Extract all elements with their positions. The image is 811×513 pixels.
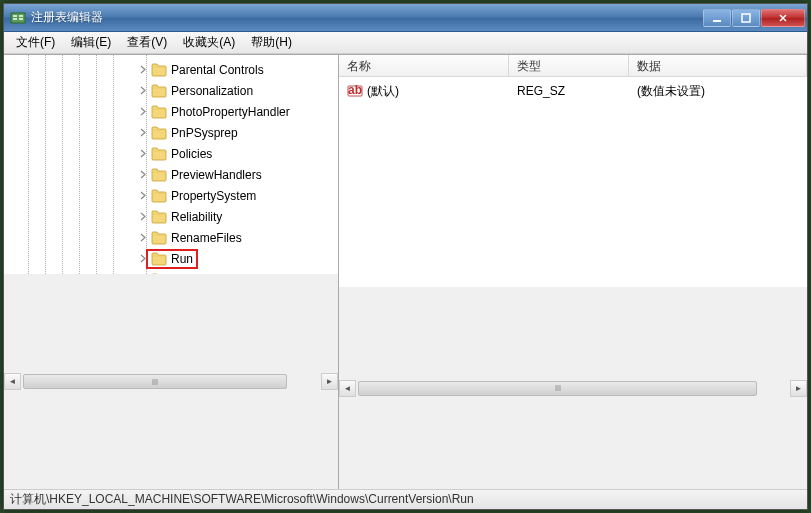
column-data[interactable]: 数据 <box>629 55 807 76</box>
tree-hscrollbar[interactable]: ◄ ► <box>4 274 338 489</box>
tree-item-personalization[interactable]: Personalization <box>4 80 338 101</box>
cell-data: (数值未设置) <box>629 83 807 100</box>
menu-favorites[interactable]: 收藏夹(A) <box>175 31 243 54</box>
cell-type: REG_SZ <box>509 84 629 98</box>
tree-item-photopropertyhandler[interactable]: PhotoPropertyHandler <box>4 101 338 122</box>
tree-label: PropertySystem <box>171 189 256 203</box>
close-button[interactable] <box>761 9 805 27</box>
expander-icon[interactable] <box>138 191 148 201</box>
menu-file[interactable]: 文件(F) <box>8 31 63 54</box>
scroll-thumb[interactable] <box>23 374 287 389</box>
scroll-right-button[interactable]: ► <box>790 380 807 397</box>
list-row[interactable]: ab (默认) REG_SZ (数值未设置) <box>339 81 807 101</box>
string-value-icon: ab <box>347 83 363 99</box>
svg-rect-1 <box>13 15 17 17</box>
folder-icon <box>151 210 167 224</box>
menubar: 文件(F) 编辑(E) 查看(V) 收藏夹(A) 帮助(H) <box>4 32 807 54</box>
app-icon <box>10 10 26 26</box>
scroll-right-button[interactable]: ► <box>321 373 338 390</box>
menu-edit[interactable]: 编辑(E) <box>63 31 119 54</box>
tree-label: RenameFiles <box>171 231 242 245</box>
column-name[interactable]: 名称 <box>339 55 509 76</box>
folder-icon <box>151 189 167 203</box>
list-header: 名称 类型 数据 <box>339 55 807 77</box>
titlebar[interactable]: 注册表编辑器 <box>4 4 807 32</box>
minimize-button[interactable] <box>703 9 731 27</box>
svg-rect-2 <box>13 18 17 20</box>
tree-label: Personalization <box>171 84 253 98</box>
menu-help[interactable]: 帮助(H) <box>243 31 300 54</box>
scroll-track[interactable] <box>21 373 321 390</box>
tree-item-pnpsysprep[interactable]: PnPSysprep <box>4 122 338 143</box>
tree-label: Run <box>171 252 193 266</box>
tree-item-previewhandlers[interactable]: PreviewHandlers <box>4 164 338 185</box>
expander-icon[interactable] <box>138 128 148 138</box>
tree-label: PhotoPropertyHandler <box>171 105 290 119</box>
content-area: Parental ControlsPersonalizationPhotoPro… <box>4 54 807 489</box>
tree-item-run[interactable]: Run <box>4 248 338 269</box>
scroll-track[interactable] <box>356 380 790 397</box>
svg-text:ab: ab <box>348 83 362 97</box>
expander-icon[interactable] <box>138 86 148 96</box>
folder-icon <box>151 126 167 140</box>
tree-item-propertysystem[interactable]: PropertySystem <box>4 185 338 206</box>
folder-icon <box>151 231 167 245</box>
tree-panel: Parental ControlsPersonalizationPhotoPro… <box>4 55 339 489</box>
tree-item-reliability[interactable]: Reliability <box>4 206 338 227</box>
status-path: 计算机\HKEY_LOCAL_MACHINE\SOFTWARE\Microsof… <box>10 491 474 508</box>
folder-icon <box>151 84 167 98</box>
menu-view[interactable]: 查看(V) <box>119 31 175 54</box>
folder-icon <box>151 168 167 182</box>
scroll-left-button[interactable]: ◄ <box>4 373 21 390</box>
scroll-thumb[interactable] <box>358 381 757 396</box>
tree-item-policies[interactable]: Policies <box>4 143 338 164</box>
registry-editor-window: 注册表编辑器 文件(F) 编辑(E) 查看(V) 收藏夹(A) 帮助(H) <box>3 3 808 510</box>
svg-rect-4 <box>19 18 23 20</box>
tree-label: PnPSysprep <box>171 126 238 140</box>
window-controls <box>703 9 805 27</box>
tree-label: Parental Controls <box>171 63 264 77</box>
folder-icon <box>151 147 167 161</box>
statusbar: 计算机\HKEY_LOCAL_MACHINE\SOFTWARE\Microsof… <box>4 489 807 509</box>
column-type[interactable]: 类型 <box>509 55 629 76</box>
window-title: 注册表编辑器 <box>31 9 703 26</box>
tree-label: Reliability <box>171 210 222 224</box>
scroll-left-button[interactable]: ◄ <box>339 380 356 397</box>
list-hscrollbar[interactable]: ◄ ► <box>339 287 807 489</box>
maximize-button[interactable] <box>732 9 760 27</box>
folder-icon <box>151 63 167 77</box>
folder-icon <box>151 105 167 119</box>
tree-item-parental-controls[interactable]: Parental Controls <box>4 59 338 80</box>
folder-icon <box>151 252 167 266</box>
value-name-label: (默认) <box>367 83 399 100</box>
list-body[interactable]: ab (默认) REG_SZ (数值未设置) <box>339 77 807 287</box>
cell-name: ab (默认) <box>339 83 509 100</box>
svg-rect-3 <box>19 15 23 17</box>
list-panel: 名称 类型 数据 ab (默认) REG_SZ (数值未设置) ◄ <box>339 55 807 489</box>
tree-label: Policies <box>171 147 212 161</box>
expander-icon[interactable] <box>138 212 148 222</box>
tree-item-renamefiles[interactable]: RenameFiles <box>4 227 338 248</box>
expander-icon[interactable] <box>138 149 148 159</box>
expander-icon[interactable] <box>138 107 148 117</box>
tree-label: PreviewHandlers <box>171 168 262 182</box>
expander-icon[interactable] <box>138 65 148 75</box>
tree-body[interactable]: Parental ControlsPersonalizationPhotoPro… <box>4 55 338 274</box>
svg-rect-5 <box>713 20 721 22</box>
expander-icon[interactable] <box>138 170 148 180</box>
expander-icon[interactable] <box>138 233 148 243</box>
svg-rect-6 <box>742 14 750 22</box>
